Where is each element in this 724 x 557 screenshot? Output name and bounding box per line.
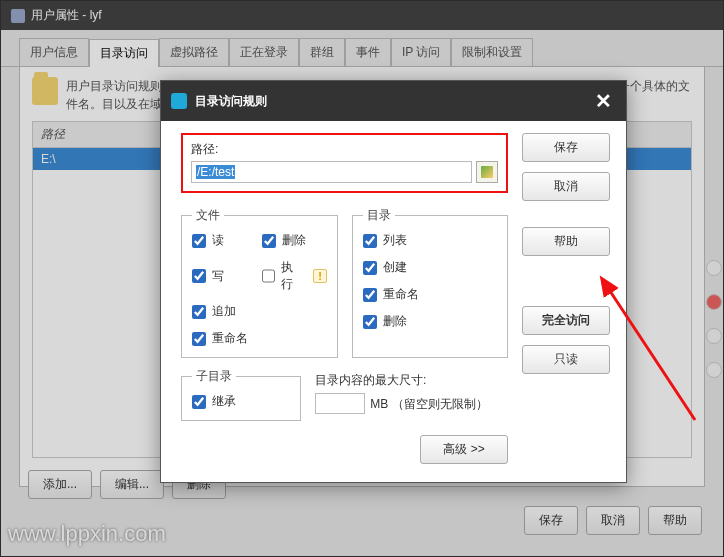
- file-delete-checkbox[interactable]: 删除: [262, 232, 326, 249]
- file-append-checkbox[interactable]: 追加: [192, 303, 256, 320]
- max-size-input[interactable]: [315, 393, 365, 414]
- file-read-checkbox[interactable]: 读: [192, 232, 256, 249]
- path-section: 路径: /E:/test: [181, 133, 508, 193]
- dir-legend: 目录: [363, 207, 395, 224]
- modal-help-button[interactable]: 帮助: [522, 227, 610, 256]
- subdir-legend: 子目录: [192, 368, 236, 385]
- file-legend: 文件: [192, 207, 224, 224]
- max-size-label: 目录内容的最大尺寸:: [315, 372, 508, 389]
- shield-icon: [171, 93, 187, 109]
- subdir-fieldset: 子目录 继承: [181, 368, 301, 421]
- advanced-button[interactable]: 高级 >>: [420, 435, 508, 464]
- browse-button[interactable]: [476, 161, 498, 183]
- readonly-button[interactable]: 只读: [522, 345, 610, 374]
- file-rename-checkbox[interactable]: 重命名: [192, 330, 256, 347]
- dir-rename-checkbox[interactable]: 重命名: [363, 286, 498, 303]
- dir-list-checkbox[interactable]: 列表: [363, 232, 498, 249]
- path-input[interactable]: /E:/test: [191, 161, 472, 183]
- path-label: 路径:: [191, 141, 498, 158]
- full-access-button[interactable]: 完全访问: [522, 306, 610, 335]
- file-write-checkbox[interactable]: 写: [192, 259, 256, 293]
- max-size-section: 目录内容的最大尺寸: MB （留空则无限制）: [315, 368, 508, 431]
- modal-titlebar: 目录访问规则 ✕: [161, 81, 626, 121]
- modal-title: 目录访问规则: [195, 93, 267, 110]
- dir-perms-fieldset: 目录 列表 创建 重命名 删除: [352, 207, 509, 358]
- dir-create-checkbox[interactable]: 创建: [363, 259, 498, 276]
- dir-delete-checkbox[interactable]: 删除: [363, 313, 498, 330]
- dir-access-rule-dialog: 目录访问规则 ✕ 路径: /E:/test 文件 读 删除 写 执: [160, 80, 627, 483]
- max-size-unit: MB （留空则无限制）: [370, 397, 487, 411]
- subdir-inherit-checkbox[interactable]: 继承: [192, 393, 290, 410]
- close-icon[interactable]: ✕: [591, 89, 616, 113]
- modal-save-button[interactable]: 保存: [522, 133, 610, 162]
- file-perms-fieldset: 文件 读 删除 写 执行! 追加 重命名: [181, 207, 338, 358]
- modal-cancel-button[interactable]: 取消: [522, 172, 610, 201]
- file-execute-checkbox[interactable]: 执行!: [262, 259, 326, 293]
- warning-icon: !: [313, 269, 326, 283]
- pencil-icon: [481, 166, 493, 178]
